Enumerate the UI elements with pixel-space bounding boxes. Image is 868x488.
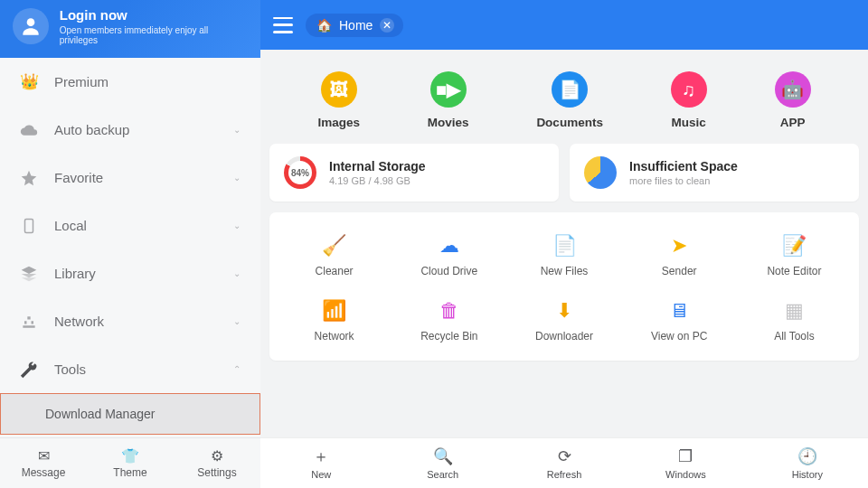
movies-icon: ■▶ [430,71,467,108]
cleaner-icon: 🧹 [322,234,346,258]
view-on-pc-icon: 🖥 [669,299,689,323]
sidebar-item-download-manager[interactable]: Download Manager [0,393,260,435]
new-icon: ＋ [313,447,329,465]
tool-label: Cleaner [316,265,354,277]
storage-percent-icon: 84% [284,156,316,189]
bottom-search[interactable]: 🔍 Search [382,438,503,488]
cloud-icon [20,121,38,139]
category-movies[interactable]: ■▶ Movies [428,71,469,129]
tool-label: New Files [541,265,589,277]
sidebar-bottom-theme[interactable]: 👕 Theme [87,438,174,488]
svg-rect-1 [25,219,33,232]
chevron-down-icon: ⌄ [233,316,241,326]
storage-internal[interactable]: 84% Internal Storage 4.19 GB / 4.98 GB [269,144,559,202]
message-icon: ✉ [38,447,50,464]
sidebar-item-local[interactable]: Local ⌄ [0,202,260,249]
music-icon: ♫ [671,71,707,108]
tool-view-on-pc[interactable]: 🖥 View on PC [622,290,737,355]
sidebar-item-label: Tools [54,361,86,377]
tool-network[interactable]: 📶 Network [277,290,392,355]
login-banner[interactable]: Login now Open members immediately enjoy… [0,0,260,58]
tool-sender[interactable]: ➤ Sender [622,225,737,290]
windows-icon: ❐ [678,447,693,465]
storage-insufficient-title: Insufficient Space [629,159,738,174]
chevron-down-icon: ⌄ [233,173,241,183]
layers-icon [20,265,38,283]
category-images[interactable]: 🖼 Images [317,71,360,129]
category-row: 🖼 Images■▶ Movies📄 Documents♫ Music🤖 APP [269,50,859,138]
theme-icon: 👕 [121,447,139,464]
history-icon: 🕘 [797,447,817,465]
sidebar-item-label: Premium [54,74,108,89]
storage-internal-title: Internal Storage [329,159,426,174]
tools-card: 🧹 Cleaner☁ Cloud Drive📄 New Files➤ Sende… [269,212,859,361]
tool-recycle-bin[interactable]: 🗑 Recycle Bin [392,290,506,355]
avatar-icon [13,8,49,44]
sidebar-item-tools[interactable]: Tools ⌃ [0,345,260,393]
chevron-down-icon: ⌄ [233,268,241,278]
sidebar-list: 👑 Premium Auto backup ⌄ Favorite ⌄ Local… [0,58,260,437]
tab-label: Home [339,18,373,33]
sidebar-item-premium[interactable]: 👑 Premium [0,58,260,106]
tab-home[interactable]: 🏠 Home ✕ [306,14,403,37]
sidebar-item-label: Download Manager [45,407,155,421]
note-editor-icon: 📝 [782,234,807,258]
storage-row: 84% Internal Storage 4.19 GB / 4.98 GB I… [269,138,859,212]
menu-icon[interactable] [273,17,293,33]
storage-insufficient-sub: more files to clean [629,175,738,186]
main-bottom-bar: ＋ New🔍 Search⟳ Refresh❐ Windows🕘 History [260,437,868,488]
tool-note-editor[interactable]: 📝 Note Editor [737,225,852,290]
bottom-label: Windows [665,469,706,480]
sidebar-item-label: Library [54,266,96,281]
storage-internal-sub: 4.19 GB / 4.98 GB [329,175,426,186]
tool-all-tools[interactable]: ▦ All Tools [737,290,852,355]
network-icon [20,313,38,331]
chevron-down-icon: ⌄ [233,125,241,135]
tool-label: View on PC [651,330,707,343]
recycle-bin-icon: 🗑 [439,299,459,323]
sidebar-item-network[interactable]: Network ⌄ [0,297,260,345]
sidebar-item-label: Auto backup [54,122,129,137]
new-files-icon: 📄 [552,234,577,258]
tool-downloader[interactable]: ⬇ Downloader [506,290,621,355]
category-documents[interactable]: 📄 Documents [536,71,603,129]
chevron-down-icon: ⌄ [233,221,241,230]
sidebar-item-favorite[interactable]: Favorite ⌄ [0,154,260,202]
bottom-new[interactable]: ＋ New [260,438,382,488]
main: 🏠 Home ✕ 🖼 Images■▶ Movies📄 Documents♫ M… [260,0,868,488]
bottom-label: New [311,469,331,480]
bottom-label: Search [427,469,458,480]
sidebar-item-library[interactable]: Library ⌄ [0,249,260,297]
tool-new-files[interactable]: 📄 New Files [506,225,621,290]
all-tools-icon: ▦ [785,299,804,323]
bottom-refresh[interactable]: ⟳ Refresh [504,438,625,488]
tool-cloud-drive[interactable]: ☁ Cloud Drive [392,225,506,290]
close-tab-icon[interactable]: ✕ [380,18,394,33]
sidebar-bottom: ✉ Message👕 Theme⚙ Settings [0,437,260,488]
category-label: APP [780,116,806,129]
login-subtitle: Open members immediately enjoy all privi… [60,25,248,45]
sender-icon: ➤ [671,234,687,258]
storage-insufficient[interactable]: Insufficient Space more files to clean [570,144,859,202]
category-label: Documents [536,116,603,129]
sidebar-bottom-settings[interactable]: ⚙ Settings [174,438,260,488]
sidebar: Login now Open members immediately enjoy… [0,0,260,488]
content: 🖼 Images■▶ Movies📄 Documents♫ Music🤖 APP… [260,50,868,437]
category-music[interactable]: ♫ Music [671,71,707,129]
sidebar-bottom-label: Message [22,466,66,479]
sidebar-item-auto-backup[interactable]: Auto backup ⌄ [0,106,260,154]
bottom-windows[interactable]: ❐ Windows [625,438,746,488]
bottom-history[interactable]: 🕘 History [747,438,868,488]
sidebar-bottom-message[interactable]: ✉ Message [0,438,87,488]
login-title: Login now [60,5,248,24]
svg-point-0 [27,18,35,26]
tool-label: Sender [662,265,697,277]
tool-label: Recycle Bin [420,330,477,343]
crown-icon: 👑 [20,73,38,91]
tool-cleaner[interactable]: 🧹 Cleaner [277,225,392,290]
tool-label: All Tools [774,330,814,343]
pie-icon [584,156,617,189]
downloader-icon: ⬇ [556,299,572,323]
refresh-icon: ⟳ [558,447,571,465]
category-app[interactable]: 🤖 APP [775,71,811,129]
